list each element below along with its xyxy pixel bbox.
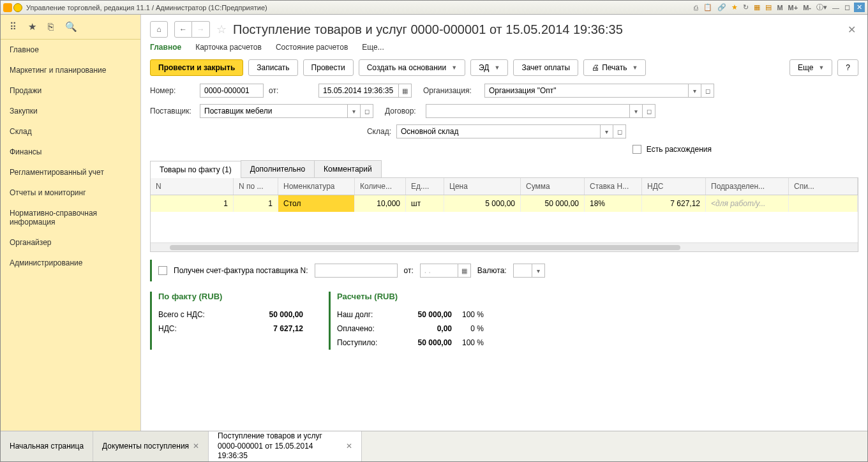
doc-tab[interactable]: Товары по факту (1): [150, 161, 241, 178]
number-input[interactable]: 0000-000001: [200, 84, 264, 98]
post-and-close-button[interactable]: Провести и закрыть: [150, 59, 243, 76]
sidebar-item[interactable]: Отчеты и мониторинг: [1, 183, 140, 203]
scrollbar-thumb[interactable]: [170, 245, 680, 250]
dropdown-icon[interactable]: ▾: [630, 104, 643, 118]
history-icon[interactable]: ↻: [742, 3, 750, 11]
subtab[interactable]: Главное: [150, 43, 181, 52]
calc-icon[interactable]: ▦: [752, 3, 761, 11]
contract-input[interactable]: [426, 104, 630, 118]
sidebar-item[interactable]: Главное: [1, 40, 140, 60]
m-plus-button[interactable]: M+: [787, 4, 800, 11]
sidebar-item[interactable]: Финансы: [1, 142, 140, 162]
search-icon[interactable]: 🔍: [65, 21, 77, 33]
cell: 7 627,12: [642, 195, 706, 212]
calendar-icon[interactable]: ▤: [764, 3, 773, 11]
col-header[interactable]: N: [151, 178, 234, 195]
help-button[interactable]: ?: [837, 59, 858, 76]
col-header[interactable]: Ед....: [406, 178, 444, 195]
horizontal-scrollbar[interactable]: [151, 242, 858, 251]
col-header[interactable]: Количе...: [355, 178, 406, 195]
sidebar-item[interactable]: Продажи: [1, 80, 140, 101]
calendar-icon[interactable]: ▦: [399, 84, 412, 98]
invoice-received-checkbox[interactable]: [158, 266, 167, 275]
save-button[interactable]: Записать: [248, 59, 297, 76]
sidebar-item[interactable]: Нормативно-справочная информация: [1, 203, 140, 232]
create-based-button[interactable]: Создать на основании▼: [359, 59, 465, 76]
totals-calc: Расчеты (RUB) Наш долг:50 000,00100 % Оп…: [329, 292, 484, 350]
apps-icon[interactable]: ⠿: [10, 21, 17, 33]
tool-icon[interactable]: 🔗: [716, 3, 728, 11]
m-minus-button[interactable]: M-: [802, 4, 812, 11]
sidebar-item[interactable]: Закупки: [1, 101, 140, 121]
bottom-tab[interactable]: Поступление товаров и услуг 0000-000001 …: [209, 431, 362, 461]
favorite-toggle[interactable]: ☆: [216, 22, 227, 36]
bottom-tab[interactable]: Начальная страница: [1, 431, 93, 461]
doc-tab[interactable]: Дополнительно: [241, 160, 315, 177]
open-icon[interactable]: ◻: [643, 104, 655, 118]
invoice-from-label: от:: [404, 266, 414, 275]
more-button[interactable]: Еще▼: [789, 59, 832, 76]
maximize-button[interactable]: ◻: [843, 3, 851, 11]
favorite-icon[interactable]: ★: [28, 21, 36, 33]
back-button[interactable]: ←: [174, 21, 192, 38]
home-button[interactable]: ⌂: [150, 21, 168, 38]
tool-icon[interactable]: ⎙: [692, 4, 700, 11]
chevron-down-icon: ▼: [632, 64, 638, 71]
info-icon[interactable]: ⓘ▾: [815, 3, 828, 12]
table-row[interactable]: 1 1 Стол 10,000 шт 5 000,00 50 000,00 18…: [151, 195, 858, 212]
col-header[interactable]: Спи...: [789, 178, 858, 195]
sidebar-item[interactable]: Склад: [1, 121, 140, 142]
dropdown-icon[interactable]: ▾: [348, 104, 361, 118]
col-header[interactable]: НДС: [642, 178, 706, 195]
open-icon[interactable]: ◻: [701, 84, 714, 98]
dropdown-icon[interactable]: ▾: [689, 84, 701, 98]
bottom-tab[interactable]: Документы поступления✕: [93, 431, 209, 461]
cell: 5 000,00: [444, 195, 521, 212]
forward-button[interactable]: →: [192, 21, 210, 38]
ed-button[interactable]: ЭД▼: [470, 59, 508, 76]
sidebar-item[interactable]: Маркетинг и планирование: [1, 60, 140, 80]
col-header[interactable]: Цена: [444, 178, 521, 195]
dropdown-icon[interactable]: ▾: [532, 264, 545, 278]
minimize-button[interactable]: —: [831, 4, 841, 11]
m-button[interactable]: M: [775, 4, 784, 11]
tool-icon[interactable]: 📋: [702, 3, 714, 11]
warehouse-input[interactable]: Основной склад: [396, 124, 601, 138]
col-header[interactable]: Сумма: [521, 178, 585, 195]
dropdown-icon[interactable]: ▾: [601, 124, 613, 138]
subtab[interactable]: Состояние расчетов: [276, 43, 348, 52]
close-tab-icon[interactable]: ✕: [193, 442, 199, 452]
calendar-icon[interactable]: ▦: [458, 264, 471, 278]
currency-input[interactable]: [513, 264, 532, 278]
invoice-number-input[interactable]: [315, 264, 398, 278]
app-menu-dropdown[interactable]: [13, 3, 22, 12]
warehouse-label: Склад:: [150, 127, 391, 136]
subtab[interactable]: Карточка расчетов: [195, 43, 262, 52]
doc-tab[interactable]: Комментарий: [314, 160, 382, 177]
subtab[interactable]: Еще...: [362, 43, 384, 52]
offset-payment-button[interactable]: Зачет оплаты: [513, 59, 578, 76]
col-header[interactable]: Подразделен...: [706, 178, 789, 195]
date-input[interactable]: 15.05.2014 19:36:35: [318, 84, 399, 98]
star-icon[interactable]: ★: [730, 3, 739, 11]
sidebar-item[interactable]: Органайзер: [1, 232, 140, 253]
close-tab-icon[interactable]: ✕: [346, 442, 352, 452]
open-icon[interactable]: ◻: [613, 124, 626, 138]
sidebar-item[interactable]: Регламентированный учет: [1, 162, 140, 183]
sidebar-item[interactable]: Администрирование: [1, 253, 140, 273]
clipboard-icon[interactable]: ⎘: [48, 21, 54, 33]
col-header[interactable]: Ставка Н...: [585, 178, 642, 195]
from-label: от:: [269, 86, 313, 95]
post-button[interactable]: Провести: [303, 59, 354, 76]
col-header[interactable]: N по ...: [234, 178, 278, 195]
cell-selected[interactable]: Стол: [278, 195, 355, 212]
close-button[interactable]: ✕: [854, 3, 865, 12]
invoice-date-input[interactable]: . .: [420, 264, 458, 278]
supplier-input[interactable]: Поставщик мебели: [200, 104, 348, 118]
print-button[interactable]: 🖨Печать▼: [583, 59, 646, 76]
discrepancy-checkbox[interactable]: [632, 145, 641, 154]
open-icon[interactable]: ◻: [361, 104, 373, 118]
org-input[interactable]: Организация "Опт": [484, 84, 689, 98]
col-header[interactable]: Номенклатура: [278, 178, 355, 195]
close-document-button[interactable]: ✕: [848, 24, 856, 36]
